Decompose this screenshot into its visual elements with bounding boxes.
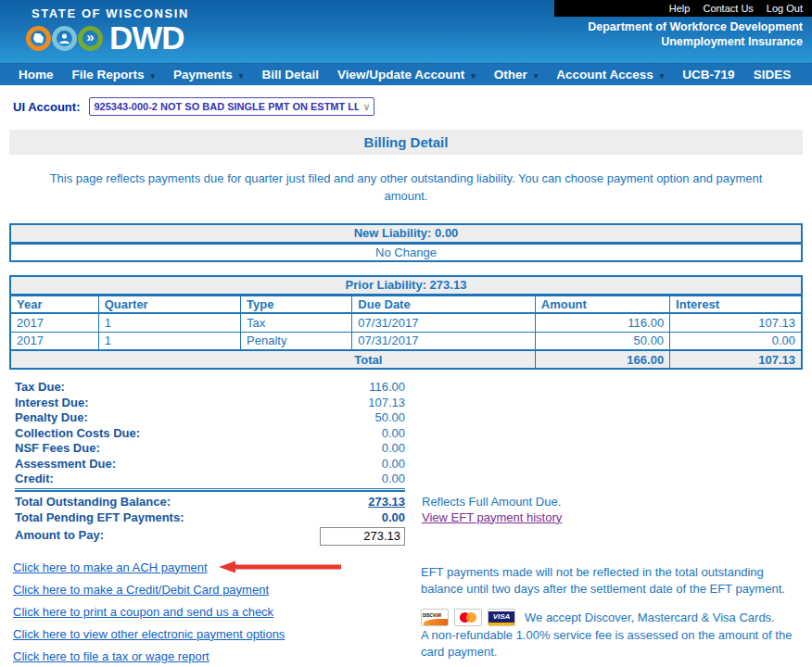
nav-payments[interactable]: Payments▾ [164, 68, 252, 82]
cell-type: Penalty [241, 332, 352, 350]
total-interest: 107.13 [670, 350, 802, 369]
red-arrow-icon [217, 560, 343, 574]
summary-row-penalty-due: Penalty Due: 50.00 [15, 410, 405, 426]
total-label: Total [10, 350, 535, 369]
summary-row-interest-due: Interest Due: 107.13 [15, 396, 405, 411]
total-amount: 166.00 [535, 350, 669, 369]
service-fee-text: A non-refundable 1.00% service fee is as… [421, 627, 806, 661]
nav-account-access[interactable]: Account Access▾ [547, 68, 673, 82]
logo-acronym: DWD [109, 22, 184, 54]
nav-file-reports[interactable]: File Reports▾ [63, 68, 165, 82]
cell-interest: 0.00 [670, 332, 802, 350]
total-outstanding-value: 273.13 [368, 494, 405, 510]
cell-year: 2017 [10, 313, 98, 332]
chevron-down-icon: ▾ [534, 71, 539, 81]
department-line1: Department of Workforce Development [588, 19, 803, 34]
payment-info-column: EFT payments made will not be reflected … [421, 560, 812, 667]
col-quarter: Quarter [98, 295, 240, 313]
nav-sides[interactable]: SIDES [744, 68, 801, 82]
col-interest: Interest [670, 295, 802, 313]
other-electronic-options-link[interactable]: Click here to view other electronic paym… [13, 627, 285, 641]
cell-year: 2017 [10, 332, 98, 350]
col-due-date: Due Date [352, 295, 535, 313]
person-icon [52, 26, 77, 51]
chevrons-icon: » [78, 26, 103, 51]
prior-liability-table: Prior Liability: 273.13 Year Quarter Typ… [9, 275, 803, 370]
chevron-down-icon: ▾ [471, 71, 476, 81]
cell-quarter: 1 [98, 332, 240, 350]
contact-us-link[interactable]: Contact Us [703, 3, 753, 14]
nav-other[interactable]: Other▾ [485, 68, 548, 82]
accept-cards-text: We accept Discover, Mastercard & Visa Ca… [525, 609, 775, 626]
ui-account-label: UI Account: [13, 100, 80, 114]
nav-bill-detail[interactable]: Bill Detail [252, 68, 328, 82]
nav-ucb-719[interactable]: UCB-719 [673, 68, 743, 82]
main-nav: Home File Reports▾ Payments▾ Bill Detail… [0, 63, 812, 85]
ui-account-select[interactable]: 925343-000-2 NOT SO BAD SINGLE PMT ON ES… [89, 97, 374, 116]
file-tax-wage-report-link[interactable]: Click here to file a tax or wage report [13, 649, 209, 663]
summary-row-assessment-due: Assessment Due: 0.00 [15, 457, 405, 472]
summary-row-tax-due: Tax Due: 116.00 [15, 380, 405, 396]
table-row: 2017 1 Penalty 07/31/2017 50.00 0.00 [10, 332, 802, 350]
col-type: Type [241, 295, 352, 313]
department-line2: Unemployment Insurance [588, 34, 803, 49]
department-title: Department of Workforce Development Unem… [588, 19, 803, 49]
total-pending-eft-row: Total Pending EFT Payments: 0.00 [15, 510, 405, 525]
chevron-down-icon: ▾ [239, 71, 244, 81]
dwd-logo: STATE OF WISCONSIN » DWD [26, 6, 189, 54]
page-description: This page reflects payments due for quar… [37, 170, 775, 205]
chevron-down-icon: ▾ [151, 71, 156, 81]
col-year: Year [10, 295, 98, 313]
logo-state-text: STATE OF WISCONSIN [32, 6, 189, 20]
eft-settlement-note: EFT payments made will not be reflected … [421, 564, 806, 598]
ach-payment-link[interactable]: Click here to make an ACH payment [13, 560, 208, 574]
nav-home[interactable]: Home [9, 68, 63, 82]
summary-row-credit: Credit: 0.00 [15, 472, 405, 487]
wisconsin-state-icon [26, 26, 51, 51]
summary-row-nsf-fees-due: NSF Fees Due: 0.00 [15, 441, 405, 457]
chevron-down-icon: ▾ [660, 71, 665, 81]
cell-due-date: 07/31/2017 [352, 332, 535, 350]
col-amount: Amount [535, 295, 669, 313]
utility-bar: Help Contact Us Log Out [554, 0, 812, 17]
new-liability-header: New Liability: 0.00 [10, 224, 802, 243]
print-coupon-link[interactable]: Click here to print a coupon and send us… [13, 605, 273, 619]
new-liability-body: No Change [10, 243, 802, 261]
accepted-cards-line: DISCVER VISA We accept Discover, Masterc… [421, 609, 806, 626]
view-eft-payment-history-link[interactable]: View EFT payment history [422, 510, 562, 524]
chevron-down-icon: ∨ [362, 101, 370, 113]
ui-account-selected-value: 925343-000-2 NOT SO BAD SINGLE PMT ON ES… [94, 101, 359, 112]
reflects-full-amount-note: Reflects Full Amount Due. [422, 494, 562, 510]
cell-type: Tax [241, 313, 352, 332]
help-link[interactable]: Help [669, 3, 691, 14]
app-header: Help Contact Us Log Out STATE OF WISCONS… [0, 0, 812, 63]
bottom-section: Click here to make an ACH payment Click … [13, 560, 812, 667]
nav-view-update-account[interactable]: View/Update Account▾ [328, 68, 485, 82]
liability-summary: Tax Due: 116.00 Interest Due: 107.13 Pen… [15, 380, 405, 492]
title-band: Billing Detail [9, 130, 803, 155]
amount-to-pay-row: Amount to Pay: [15, 525, 405, 546]
summary-divider [15, 488, 405, 492]
new-liability-table: New Liability: 0.00 No Change [9, 223, 803, 262]
amount-to-pay-input[interactable] [320, 527, 405, 546]
account-row: UI Account: 925343-000-2 NOT SO BAD SING… [13, 97, 812, 116]
cell-amount: 50.00 [535, 332, 669, 350]
table-header-row: Year Quarter Type Due Date Amount Intere… [10, 295, 802, 313]
summary-row-collection-costs-due: Collection Costs Due: 0.00 [15, 426, 405, 442]
credit-debit-payment-link[interactable]: Click here to make a Credit/Debit Card p… [13, 583, 269, 597]
cell-interest: 107.13 [670, 313, 802, 332]
table-row: 2017 1 Tax 07/31/2017 116.00 107.13 [10, 313, 802, 332]
page-title: Billing Detail [364, 134, 449, 150]
visa-card-icon: VISA [488, 609, 515, 626]
table-total-row: Total 166.00 107.13 [10, 350, 802, 369]
cell-amount: 116.00 [535, 313, 669, 332]
cell-quarter: 1 [98, 313, 240, 332]
totals-area: Total Outstanding Balance: 273.13 Total … [15, 494, 812, 546]
discover-card-icon: DISCVER [421, 609, 449, 626]
log-out-link[interactable]: Log Out [767, 3, 803, 14]
payment-links-column: Click here to make an ACH payment Click … [13, 560, 421, 667]
total-outstanding-row: Total Outstanding Balance: 273.13 [15, 494, 405, 510]
mastercard-card-icon [454, 609, 482, 626]
total-pending-eft-value: 0.00 [382, 510, 405, 525]
cell-due-date: 07/31/2017 [352, 313, 535, 332]
